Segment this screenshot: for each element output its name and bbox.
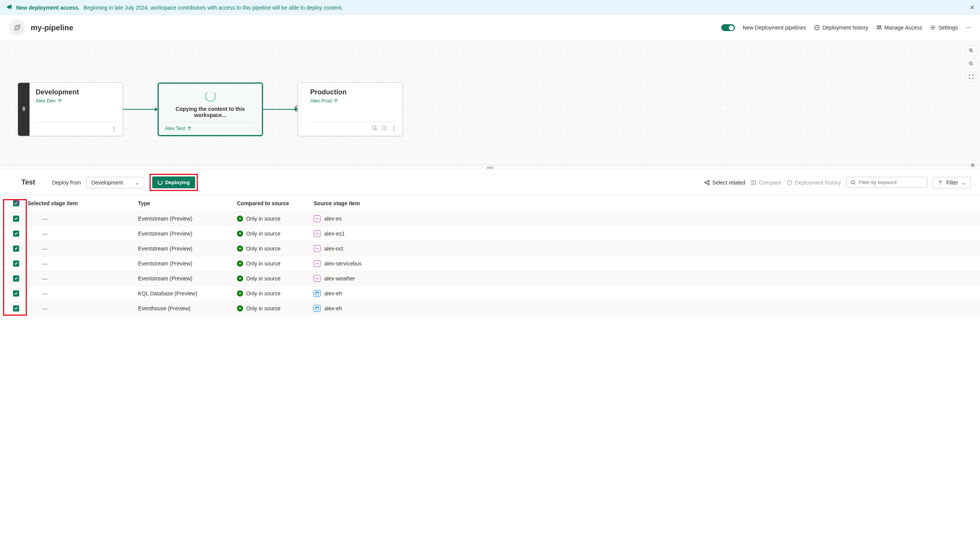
new-pipelines-toggle[interactable] bbox=[721, 24, 735, 31]
plus-icon: + bbox=[237, 275, 243, 282]
selected-item-value: — bbox=[42, 231, 48, 237]
notification-desc: Beginning in late July 2024, workspace c… bbox=[84, 5, 343, 11]
paste-icon bbox=[15, 200, 22, 206]
row-checkbox[interactable] bbox=[13, 275, 19, 282]
diamond-icon bbox=[58, 99, 62, 103]
compared-value: Only in source bbox=[246, 231, 280, 237]
source-stage-dropdown[interactable]: Development ⌄ bbox=[86, 177, 144, 188]
svg-point-3 bbox=[877, 26, 879, 27]
plus-icon: + bbox=[237, 246, 243, 252]
connector-arrow bbox=[123, 109, 158, 110]
close-icon[interactable]: ✕ bbox=[970, 4, 975, 11]
bottom-toolbar: Test Deploy from Development ⌄ Deploying… bbox=[0, 170, 980, 195]
type-value: Eventstream (Preview) bbox=[134, 241, 233, 256]
stage-workspace: Alex Dev bbox=[36, 98, 117, 104]
selected-item-value: — bbox=[42, 305, 48, 311]
share-icon bbox=[704, 180, 710, 186]
type-value: KQL Database (Preview) bbox=[134, 286, 233, 301]
more-icon[interactable]: ⋯ bbox=[965, 25, 971, 31]
table-row[interactable]: — Eventstream (Preview) +Only in source … bbox=[0, 211, 980, 226]
stage-more-icon[interactable]: ⋮ bbox=[391, 125, 396, 132]
deploy-button[interactable]: Deploying bbox=[152, 176, 195, 188]
stage-test[interactable]: Copying the content to this workspace...… bbox=[158, 82, 263, 136]
selected-item-value: — bbox=[42, 260, 48, 267]
item-type-icon bbox=[314, 230, 321, 237]
deployment-history-link[interactable]: Deployment history bbox=[814, 25, 868, 31]
svg-point-5 bbox=[932, 27, 934, 28]
selected-item-value: — bbox=[42, 216, 48, 222]
deploy-from-label: Deploy from bbox=[52, 180, 81, 186]
deployment-history-button[interactable]: Deployment history bbox=[786, 180, 841, 186]
svg-point-4 bbox=[880, 26, 881, 27]
loading-spinner-icon bbox=[205, 91, 216, 102]
svg-point-15 bbox=[708, 183, 709, 185]
table-row[interactable]: — Eventhouse (Preview) +Only in source a… bbox=[0, 301, 980, 316]
plus-icon: + bbox=[237, 290, 243, 297]
compared-value: Only in source bbox=[246, 260, 280, 267]
people-icon bbox=[876, 25, 882, 31]
row-checkbox[interactable] bbox=[13, 231, 19, 237]
diamond-icon bbox=[334, 99, 338, 103]
svg-point-23 bbox=[316, 307, 319, 308]
source-item-value: alex-servicebus bbox=[324, 260, 362, 267]
search-icon bbox=[850, 180, 856, 185]
current-stage-label: Test bbox=[21, 178, 35, 186]
resize-handle[interactable] bbox=[0, 165, 980, 170]
history-icon[interactable] bbox=[381, 125, 387, 132]
pipeline-icon bbox=[9, 20, 25, 36]
svg-point-11 bbox=[375, 128, 377, 130]
manage-access-link[interactable]: Manage Access bbox=[876, 25, 922, 31]
header: my-pipeline New Deployment pipelines Dep… bbox=[0, 15, 980, 40]
megaphone-icon bbox=[6, 4, 12, 11]
zoom-in-button[interactable] bbox=[966, 46, 976, 56]
row-checkbox[interactable] bbox=[13, 305, 19, 311]
svg-point-8 bbox=[23, 108, 24, 109]
settings-icon[interactable] bbox=[372, 125, 378, 132]
gear-icon bbox=[930, 25, 936, 31]
table-row[interactable]: — Eventstream (Preview) +Only in source … bbox=[0, 271, 980, 286]
expand-icon[interactable] bbox=[970, 163, 975, 170]
type-value: Eventstream (Preview) bbox=[134, 211, 233, 226]
fit-button[interactable] bbox=[966, 72, 976, 82]
svg-point-19 bbox=[851, 181, 854, 184]
compared-value: Only in source bbox=[246, 290, 280, 297]
row-checkbox[interactable] bbox=[13, 246, 19, 252]
source-item-value: alex-es1 bbox=[324, 231, 345, 237]
compare-icon bbox=[750, 180, 756, 186]
item-type-icon bbox=[314, 290, 321, 297]
item-type-icon bbox=[314, 245, 321, 252]
toggle-label: New Deployment pipelines bbox=[743, 25, 806, 31]
source-item-value: alex-eh bbox=[324, 305, 342, 311]
loading-text: Copying the content to this workspace... bbox=[165, 106, 256, 118]
stage-production[interactable]: Production Alex Prod ⋮ bbox=[298, 82, 403, 136]
stage-development[interactable]: Development Alex Dev ⋮ bbox=[18, 82, 123, 136]
svg-point-22 bbox=[316, 292, 319, 293]
table-row[interactable]: — KQL Database (Preview) +Only in source… bbox=[0, 286, 980, 301]
filter-button[interactable]: Filter ⌄ bbox=[933, 177, 971, 188]
spinner-icon bbox=[158, 180, 163, 185]
stage-more-icon[interactable]: ⋮ bbox=[111, 126, 117, 132]
selected-item-value: — bbox=[42, 290, 48, 297]
source-item-value: alex-oct bbox=[324, 246, 343, 252]
filter-input[interactable] bbox=[846, 177, 927, 188]
table-row[interactable]: — Eventstream (Preview) +Only in source … bbox=[0, 226, 980, 241]
compared-value: Only in source bbox=[246, 216, 280, 222]
table-row[interactable]: — Eventstream (Preview) +Only in source … bbox=[0, 256, 980, 271]
table-header-row: Selected stage item Type Compared to sou… bbox=[0, 195, 980, 211]
row-checkbox[interactable] bbox=[13, 290, 19, 297]
filter-icon bbox=[938, 180, 943, 185]
pipeline-canvas: Development Alex Dev ⋮ Copying the conte… bbox=[0, 40, 980, 165]
compare-button[interactable]: Compare bbox=[750, 180, 781, 186]
item-type-icon bbox=[314, 215, 321, 222]
zoom-out-button[interactable] bbox=[966, 59, 976, 69]
row-checkbox[interactable] bbox=[13, 216, 19, 222]
filter-keyword-input[interactable] bbox=[859, 180, 923, 185]
settings-link[interactable]: Settings bbox=[930, 25, 958, 31]
svg-point-13 bbox=[705, 182, 706, 183]
plus-icon: + bbox=[237, 260, 243, 267]
row-checkbox[interactable] bbox=[13, 260, 19, 267]
table-row[interactable]: — Eventstream (Preview) +Only in source … bbox=[0, 241, 980, 256]
select-related-button[interactable]: Select related bbox=[704, 180, 745, 186]
plus-icon: + bbox=[237, 231, 243, 237]
connector-arrow bbox=[263, 109, 298, 110]
